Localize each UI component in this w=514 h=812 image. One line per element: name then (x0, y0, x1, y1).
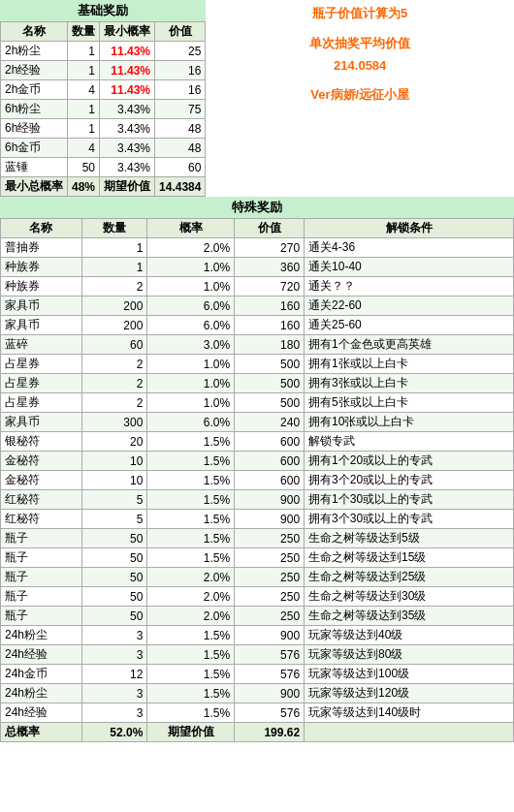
special-row-pct: 1.5% (147, 510, 235, 529)
basic-table-row: 6h金币43.43%48 (1, 139, 206, 158)
special-row-name: 占星券 (1, 355, 82, 374)
special-footer-label2: 期望价值 (147, 723, 235, 742)
basic-row-qty: 1 (68, 61, 100, 80)
special-row-qty: 1 (81, 238, 147, 258)
special-row-name: 蓝碎 (1, 335, 82, 355)
side-info-line2: 单次抽奖平均价值 (309, 34, 410, 54)
special-row-cond: 拥有1个20或以上的专武 (305, 452, 514, 471)
special-row-val: 900 (235, 510, 305, 529)
basic-col-val: 价值 (155, 22, 206, 42)
basic-row-pct: 3.43% (100, 158, 155, 177)
special-table-row: 瓶子502.0%250生命之树等级达到30级 (1, 587, 514, 607)
basic-row-name: 2h金币 (1, 80, 68, 100)
special-row-name: 银秘符 (1, 432, 82, 452)
special-row-pct: 6.0% (147, 413, 235, 432)
special-footer-label1: 总概率 (1, 723, 82, 742)
special-row-qty: 20 (81, 432, 147, 452)
side-info-line3: 214.0584 (334, 56, 386, 77)
basic-row-name: 2h经验 (1, 61, 68, 80)
basic-row-val: 75 (155, 100, 206, 119)
special-row-cond: 玩家等级达到140级时 (305, 703, 514, 723)
special-row-val: 500 (235, 393, 305, 413)
special-col-val: 价值 (235, 219, 305, 238)
basic-row-qty: 4 (68, 139, 100, 158)
basic-row-pct: 3.43% (100, 100, 155, 119)
special-row-qty: 2 (81, 355, 147, 374)
special-row-qty: 50 (81, 607, 147, 626)
special-row-cond: 拥有5张或以上白卡 (305, 393, 514, 413)
special-table-row: 红秘符51.5%900拥有3个30或以上的专武 (1, 510, 514, 529)
special-table-row: 金秘符101.5%600拥有1个20或以上的专武 (1, 452, 514, 471)
special-row-val: 360 (235, 258, 305, 277)
special-row-val: 180 (235, 335, 305, 355)
special-row-val: 720 (235, 277, 305, 297)
special-table-row: 占星券21.0%500拥有3张或以上白卡 (1, 374, 514, 393)
special-row-qty: 1 (81, 258, 147, 277)
special-row-name: 家具币 (1, 297, 82, 316)
special-row-name: 24h经验 (1, 645, 82, 665)
special-row-pct: 1.5% (147, 626, 235, 645)
special-row-cond: 生命之树等级达到15级 (305, 548, 514, 568)
special-row-name: 瓶子 (1, 548, 82, 568)
special-row-name: 24h粉尘 (1, 626, 82, 645)
special-row-val: 576 (235, 703, 305, 723)
special-row-val: 160 (235, 316, 305, 335)
special-row-qty: 2 (81, 374, 147, 393)
special-table-row: 红秘符51.5%900拥有1个30或以上的专武 (1, 490, 514, 510)
special-table-row: 瓶子502.0%250生命之树等级达到25级 (1, 568, 514, 587)
special-row-pct: 1.5% (147, 432, 235, 452)
special-row-qty: 3 (81, 684, 147, 703)
page-root: 基础奖励 名称 数量 最小概率 价值 2h粉尘111.43%252h经验111.… (0, 0, 514, 742)
basic-row-qty: 1 (68, 119, 100, 139)
special-row-name: 占星券 (1, 393, 82, 413)
special-row-val: 900 (235, 626, 305, 645)
special-row-cond: 生命之树等级达到5级 (305, 529, 514, 548)
basic-row-val: 25 (155, 42, 206, 61)
special-row-val: 270 (235, 238, 305, 258)
special-row-cond: 玩家等级达到120级 (305, 684, 514, 703)
special-row-name: 24h粉尘 (1, 684, 82, 703)
special-row-name: 瓶子 (1, 529, 82, 548)
special-row-cond: 拥有3个30或以上的专武 (305, 510, 514, 529)
special-row-name: 家具币 (1, 413, 82, 432)
special-row-cond: 解锁专武 (305, 432, 514, 452)
special-row-cond: 通关？？ (305, 277, 514, 297)
special-rewards-wrap: 特殊奖励 名称 数量 概率 价值 解锁条件 普抽券12.0%270通关4-36种… (0, 197, 514, 742)
basic-row-pct: 11.43% (100, 42, 155, 61)
basic-table-row: 6h经验13.43%48 (1, 119, 206, 139)
special-row-val: 250 (235, 587, 305, 607)
special-table-row: 金秘符101.5%600拥有3个20或以上的专武 (1, 471, 514, 490)
top-section: 基础奖励 名称 数量 最小概率 价值 2h粉尘111.43%252h经验111.… (0, 0, 514, 197)
special-row-val: 576 (235, 645, 305, 665)
special-row-qty: 3 (81, 645, 147, 665)
special-row-pct: 2.0% (147, 238, 235, 258)
special-row-name: 种族券 (1, 277, 82, 297)
special-row-cond: 拥有3张或以上白卡 (305, 374, 514, 393)
special-row-name: 家具币 (1, 316, 82, 335)
basic-row-name: 6h粉尘 (1, 100, 68, 119)
special-table-row: 24h经验31.5%576玩家等级达到140级时 (1, 703, 514, 723)
special-row-pct: 1.5% (147, 703, 235, 723)
side-info-line4: Ver病娇/远征小屋 (213, 85, 506, 106)
special-row-qty: 200 (81, 316, 147, 335)
basic-footer-label2: 期望价值 (100, 177, 155, 197)
special-row-pct: 1.0% (147, 355, 235, 374)
special-row-qty: 5 (81, 510, 147, 529)
special-row-val: 250 (235, 607, 305, 626)
basic-col-name: 名称 (1, 22, 68, 42)
basic-row-val: 16 (155, 80, 206, 100)
basic-row-pct: 3.43% (100, 119, 155, 139)
special-row-val: 250 (235, 548, 305, 568)
special-row-cond: 生命之树等级达到25级 (305, 568, 514, 587)
special-row-pct: 3.0% (147, 335, 235, 355)
special-row-name: 红秘符 (1, 490, 82, 510)
special-row-qty: 2 (81, 393, 147, 413)
special-row-val: 576 (235, 665, 305, 684)
special-table-row: 种族券21.0%720通关？？ (1, 277, 514, 297)
basic-row-name: 2h粉尘 (1, 42, 68, 61)
special-row-name: 种族券 (1, 258, 82, 277)
basic-row-name: 6h金币 (1, 139, 68, 158)
special-row-pct: 1.5% (147, 665, 235, 684)
special-col-name: 名称 (1, 219, 82, 238)
special-row-pct: 6.0% (147, 297, 235, 316)
